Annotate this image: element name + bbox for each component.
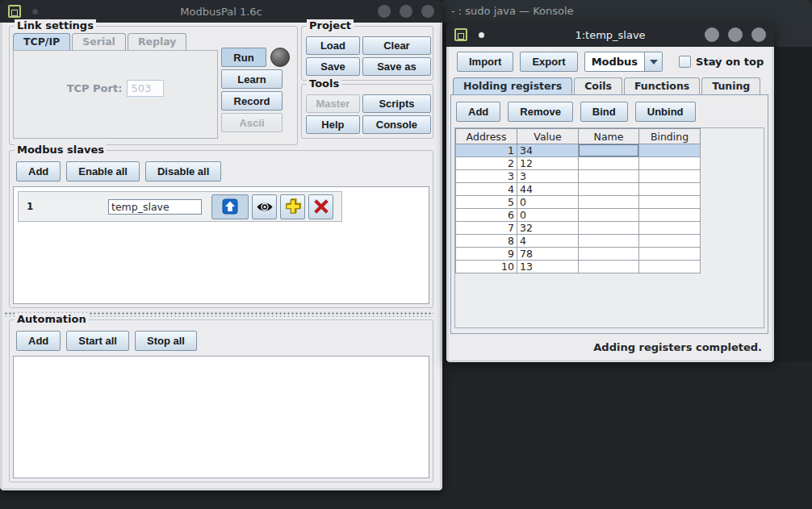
enable-all-button[interactable]: Enable all xyxy=(66,161,140,181)
register-row[interactable]: 732 xyxy=(456,222,701,235)
learn-button[interactable]: Learn xyxy=(221,69,283,89)
cell-name[interactable] xyxy=(579,222,639,235)
slave-duplicate-button[interactable] xyxy=(280,194,305,219)
tab-tcpip[interactable]: TCP/IP xyxy=(13,33,70,50)
tab-functions[interactable]: Functions xyxy=(624,77,700,94)
register-row[interactable]: 444 xyxy=(456,183,701,196)
disable-all-button[interactable]: Disable all xyxy=(145,161,221,181)
cell-value[interactable]: 13 xyxy=(517,261,579,273)
registers-header-row[interactable]: Address Value Name Binding xyxy=(456,129,701,144)
cell-value[interactable]: 0 xyxy=(517,196,579,209)
cell-name[interactable] xyxy=(579,144,639,157)
register-add-button[interactable]: Add xyxy=(456,102,500,122)
cell-name[interactable] xyxy=(579,170,639,183)
register-row[interactable]: 978 xyxy=(456,248,701,261)
checkbox-icon[interactable] xyxy=(679,56,691,68)
automation-add-button[interactable]: Add xyxy=(16,331,61,351)
cell-address[interactable]: 2 xyxy=(456,157,517,170)
tab-replay[interactable]: Replay xyxy=(128,33,187,50)
cell-binding[interactable] xyxy=(639,209,701,222)
cell-name[interactable] xyxy=(579,209,639,222)
cell-address[interactable]: 4 xyxy=(456,183,517,196)
slave-delete-button[interactable] xyxy=(308,194,333,219)
cell-binding[interactable] xyxy=(639,157,701,170)
save-as-button[interactable]: Save as xyxy=(362,57,431,76)
col-value[interactable]: Value xyxy=(517,129,579,144)
cell-address[interactable]: 5 xyxy=(456,196,517,209)
start-all-button[interactable]: Start all xyxy=(66,331,129,351)
cell-address[interactable]: 7 xyxy=(456,222,517,235)
record-button[interactable]: Record xyxy=(221,91,283,111)
cell-name[interactable] xyxy=(579,248,639,261)
cell-address[interactable]: 3 xyxy=(456,170,517,183)
register-row[interactable]: 50 xyxy=(456,196,701,209)
slave-row[interactable]: 1 xyxy=(18,191,342,222)
cell-address[interactable]: 6 xyxy=(456,209,517,222)
cell-value[interactable]: 78 xyxy=(517,248,579,261)
stop-all-button[interactable]: Stop all xyxy=(135,331,197,351)
load-button[interactable]: Load xyxy=(306,36,360,55)
maximize-button[interactable] xyxy=(728,27,743,42)
tcp-port-input[interactable] xyxy=(127,80,164,97)
clear-button[interactable]: Clear xyxy=(362,36,431,55)
cell-binding[interactable] xyxy=(639,144,701,157)
cell-value[interactable]: 34 xyxy=(517,144,579,157)
slave-view-button[interactable] xyxy=(252,194,277,219)
cell-binding[interactable] xyxy=(639,248,701,261)
cell-binding[interactable] xyxy=(639,222,701,235)
register-row[interactable]: 33 xyxy=(456,170,701,183)
minimize-button[interactable] xyxy=(378,5,391,18)
import-button[interactable]: Import xyxy=(457,52,513,72)
cell-address[interactable]: 10 xyxy=(456,261,517,273)
close-button[interactable] xyxy=(421,5,434,18)
tab-serial[interactable]: Serial xyxy=(72,33,126,50)
register-row[interactable]: 1013 xyxy=(456,261,701,273)
export-button[interactable]: Export xyxy=(520,52,577,72)
register-remove-button[interactable]: Remove xyxy=(508,102,573,122)
cell-value[interactable]: 44 xyxy=(517,183,579,196)
minimize-button[interactable] xyxy=(705,27,719,42)
col-binding[interactable]: Binding xyxy=(639,129,701,144)
cell-name[interactable] xyxy=(579,157,639,170)
cell-value[interactable]: 12 xyxy=(517,157,579,170)
register-row[interactable]: 134 xyxy=(456,144,701,157)
cell-name[interactable] xyxy=(579,235,639,248)
cell-binding[interactable] xyxy=(639,261,701,273)
slave-enable-toggle[interactable] xyxy=(211,194,249,219)
registers-scrollpane[interactable]: Address Value Name Binding 1342123344450… xyxy=(454,127,764,328)
register-bind-button[interactable]: Bind xyxy=(580,102,628,122)
slave-editor-titlebar[interactable]: 1:temp_slave xyxy=(446,23,774,47)
close-button[interactable] xyxy=(751,27,766,42)
stay-on-top-checkbox[interactable]: Stay on top xyxy=(679,56,764,68)
cell-binding[interactable] xyxy=(639,183,701,196)
slave-add-button[interactable]: Add xyxy=(16,161,61,181)
help-button[interactable]: Help xyxy=(306,115,360,134)
run-button[interactable]: Run xyxy=(221,48,266,67)
register-row[interactable]: 212 xyxy=(456,157,701,170)
cell-name[interactable] xyxy=(579,183,639,196)
console-button[interactable]: Console xyxy=(362,115,431,134)
save-button[interactable]: Save xyxy=(306,57,360,76)
tab-coils[interactable]: Coils xyxy=(574,77,622,94)
register-row[interactable]: 60 xyxy=(456,209,701,222)
col-name[interactable]: Name xyxy=(579,129,639,144)
cell-value[interactable]: 32 xyxy=(517,222,579,235)
scripts-button[interactable]: Scripts xyxy=(362,94,431,113)
konsole-titlebar[interactable]: - : sudo java — Konsole xyxy=(440,0,812,23)
tab-holding-registers[interactable]: Holding registers xyxy=(453,77,572,94)
cell-value[interactable]: 4 xyxy=(517,235,579,248)
cell-binding[interactable] xyxy=(639,235,701,248)
tab-tuning[interactable]: Tuning xyxy=(701,77,760,94)
chevron-down-icon[interactable] xyxy=(644,52,662,71)
register-unbind-button[interactable]: Unbind xyxy=(635,102,696,122)
cell-value[interactable]: 0 xyxy=(517,209,579,222)
cell-address[interactable]: 1 xyxy=(456,144,517,157)
cell-address[interactable]: 8 xyxy=(456,235,517,248)
col-address[interactable]: Address xyxy=(456,129,517,144)
slave-name-input[interactable] xyxy=(108,199,202,215)
cell-binding[interactable] xyxy=(639,196,701,209)
cell-address[interactable]: 9 xyxy=(456,248,517,261)
cell-binding[interactable] xyxy=(639,170,701,183)
maximize-button[interactable] xyxy=(400,5,412,18)
register-row[interactable]: 84 xyxy=(456,235,701,248)
